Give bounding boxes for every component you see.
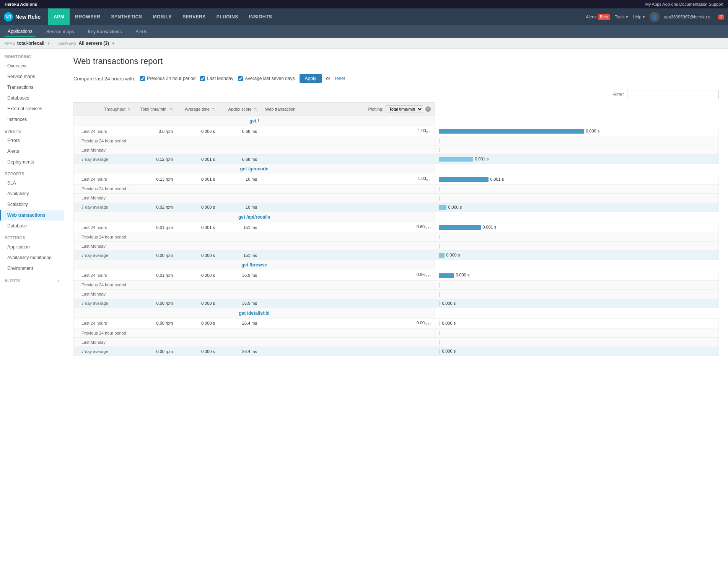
option-last-monday[interactable]: Last Monday — [200, 76, 233, 81]
cell-bar — [435, 232, 719, 242]
cell-avg-time — [219, 242, 261, 251]
sidebar-item-database[interactable]: Database — [0, 221, 64, 231]
cell-avg-time: 151 ms — [219, 251, 261, 260]
cell-throughput: 0.00 rpm — [135, 318, 177, 328]
cell-avg-time — [219, 193, 261, 203]
th-apdex[interactable]: Apdex score ⇅ — [219, 103, 261, 116]
table-row: Last Monday — [74, 242, 719, 251]
table-row: 7 day average 0.00 rpm 0.000 s 26.4 ms 0… — [74, 347, 719, 356]
navbar: NR New Relic APM BROWSER SYNTHETICS MOBI… — [0, 8, 728, 25]
th-total-time[interactable]: Total time/min. ⇅ — [135, 103, 177, 116]
heroku-bar: Heroku Add-ons My Apps Add-ons Documenta… — [0, 0, 728, 8]
sidebar-item-sla[interactable]: SLA — [0, 178, 64, 188]
subnav-service-maps[interactable]: Service maps — [43, 27, 77, 37]
subnav-key-transactions[interactable]: Key transactions — [85, 27, 125, 37]
sidebar-item-errors[interactable]: Errors — [0, 135, 64, 146]
cell-total-time — [177, 145, 219, 155]
heroku-add-ons-link[interactable]: Add-ons — [662, 2, 678, 7]
cell-apdex: 0.600.1* — [261, 222, 435, 232]
cell-bar — [435, 184, 719, 193]
app-selector[interactable]: APPS total-briecall ▼ — [5, 41, 50, 46]
cell-throughput: 0.00 rpm — [135, 299, 177, 308]
cell-throughput: 0.13 rpm — [135, 174, 177, 184]
subnav-alerts[interactable]: Alerts — [132, 27, 150, 37]
plotting-select[interactable]: Total time/min Throughput — [386, 105, 423, 113]
monitoring-label: MONITORING — [0, 52, 64, 60]
apply-button[interactable]: Apply — [300, 74, 322, 83]
nav-tab-synthetics[interactable]: SYNTHETICS — [106, 8, 147, 25]
th-avg-time[interactable]: Average time ⇅ — [177, 103, 219, 116]
cell-bar: 0.001 s — [435, 155, 719, 164]
heroku-documentation-link[interactable]: Documentation — [679, 2, 707, 7]
sidebar-item-availability-monitoring[interactable]: Availability monitoring — [0, 252, 64, 263]
cell-apdex: 0.000.1* — [261, 318, 435, 328]
checkbox-7day-avg[interactable] — [238, 76, 243, 81]
sub-nav: Applications Service maps Key transactio… — [0, 25, 728, 38]
reset-link[interactable]: reset — [335, 76, 345, 81]
server-selector[interactable]: SERVERS All servers (3) ▼ — [58, 41, 115, 46]
cell-type: 7 day average — [74, 155, 135, 164]
sidebar-item-environment[interactable]: Environment — [0, 263, 64, 274]
cell-type: Last 24 hours — [74, 174, 135, 184]
logo[interactable]: NR New Relic — [4, 12, 41, 21]
table-row: 7 day average 0.00 rpm 0.000 s 36.9 ms 0… — [74, 299, 719, 308]
sort-icon-avg: ⇅ — [212, 107, 215, 111]
th-throughput[interactable]: Throughput ⇅ — [74, 103, 135, 116]
cell-avg-time: 26.4 ms — [219, 318, 261, 328]
help-btn[interactable]: Help ▾ — [633, 15, 645, 20]
sidebar-item-web-transactions[interactable]: Web transactions — [0, 210, 64, 221]
cell-avg-time — [219, 145, 261, 155]
table-row: Last Monday — [74, 193, 719, 203]
user-avatar: 👤 — [650, 12, 660, 22]
cell-apdex — [261, 289, 435, 299]
sidebar-item-external-services[interactable]: External services — [0, 103, 64, 114]
cell-avg-time: 36.9 ms — [219, 299, 261, 308]
cell-type: Previous 24 hour period — [74, 232, 135, 242]
cell-type: Last Monday — [74, 289, 135, 299]
cell-throughput: 0.01 rpm — [135, 270, 177, 280]
app-name: total-briecall — [17, 41, 44, 46]
user-name[interactable]: app38095967@heroku.c... — [664, 15, 714, 19]
option-7day-avg[interactable]: Average last seven days — [238, 76, 295, 81]
nav-tabs: APM BROWSER SYNTHETICS MOBILE SERVERS PL… — [48, 8, 586, 25]
checkbox-previous-24h[interactable] — [140, 76, 145, 81]
option-previous-24h[interactable]: Previous 24 hour period — [140, 76, 195, 81]
sidebar-item-alerts[interactable]: Alerts — [0, 146, 64, 157]
nav-tab-browser[interactable]: BROWSER — [70, 8, 106, 25]
sidebar-item-service-maps[interactable]: Service maps — [0, 71, 64, 82]
sidebar-item-deployments[interactable]: Deployments — [0, 157, 64, 167]
cell-total-time: 0.000 s — [177, 318, 219, 328]
sidebar-item-transactions[interactable]: Transactions — [0, 82, 64, 93]
sidebar-item-databases[interactable]: Databases — [0, 93, 64, 103]
cell-total-time: 0.006 s — [177, 126, 219, 136]
nav-tab-apm[interactable]: APM — [48, 8, 70, 25]
logo-icon: NR — [4, 12, 13, 21]
subnav-applications[interactable]: Applications — [5, 26, 36, 37]
heroku-support-link[interactable]: Support — [708, 2, 723, 7]
cell-bar: 0.000 s — [435, 203, 719, 212]
alerts-btn[interactable]: Alerts Beta — [586, 15, 610, 19]
servers-label: SERVERS — [58, 41, 77, 46]
alerts-expand-icon[interactable]: › — [58, 278, 59, 283]
sidebar-item-scalability[interactable]: Scalability — [0, 199, 64, 210]
nav-tab-servers[interactable]: SERVERS — [177, 8, 211, 25]
cell-total-time: 0.000 s — [177, 203, 219, 212]
nav-tab-mobile[interactable]: MOBILE — [148, 8, 178, 25]
app-bar: APPS total-briecall ▼ SERVERS All server… — [0, 38, 728, 49]
nav-tab-plugins[interactable]: PLUGINS — [211, 8, 244, 25]
filter-input[interactable] — [627, 90, 719, 99]
cell-apdex — [261, 203, 435, 212]
checkbox-last-monday[interactable] — [200, 76, 205, 81]
cell-bar: 0.001 s — [435, 222, 719, 232]
nav-tab-insights[interactable]: INSIGHTS — [244, 8, 278, 25]
tools-btn[interactable]: Tools ▾ — [615, 15, 628, 20]
heroku-my-apps-link[interactable]: My Apps — [645, 2, 661, 7]
table-row: Last 24 hours 0.8 rpm 0.006 s 6.68 ms 1.… — [74, 126, 719, 136]
cell-apdex — [261, 347, 435, 356]
sidebar-item-availability[interactable]: Availability — [0, 188, 64, 199]
sidebar-item-instances[interactable]: Instances — [0, 114, 64, 125]
cell-bar — [435, 193, 719, 203]
table-row: Last 24 hours 0.00 rpm 0.000 s 26.4 ms 0… — [74, 318, 719, 328]
sidebar-item-overview[interactable]: Overview — [0, 60, 64, 71]
sidebar-item-application[interactable]: Application — [0, 242, 64, 252]
